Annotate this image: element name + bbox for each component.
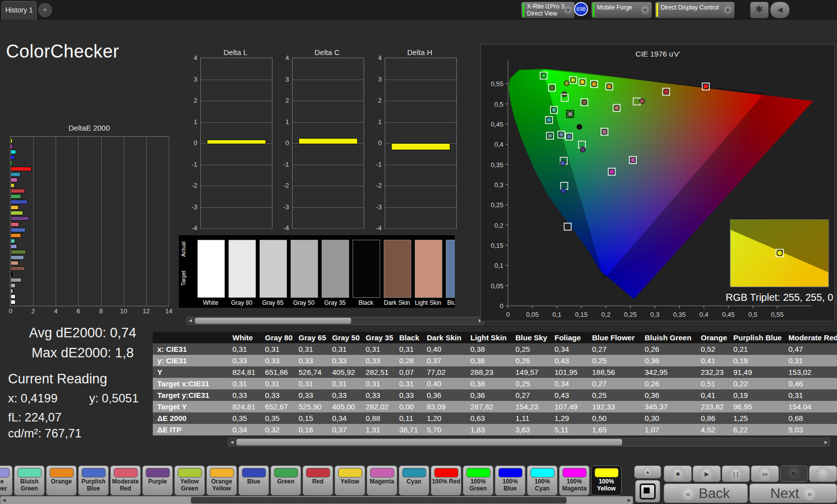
pattern-button-yellow[interactable]: Yellow <box>335 465 365 495</box>
pattern-strip-scrollbar[interactable]: ◀ ▶ <box>0 496 633 504</box>
pattern-color-swatch <box>402 468 426 477</box>
table-cell: 1,25 <box>729 412 784 424</box>
pattern-button-blue[interactable]: Blue <box>238 465 269 495</box>
play-button[interactable]: ▶ <box>693 465 721 482</box>
pattern-button-blue-flower[interactable]: BlueFlower <box>0 465 13 495</box>
scrollbar-thumb[interactable] <box>195 318 351 324</box>
table-cell: 0,25 <box>588 355 640 366</box>
pattern-button-green[interactable]: Green <box>270 465 301 495</box>
swatch-gray-50 <box>291 240 318 298</box>
pattern-button-100-red[interactable]: 100% Red <box>431 465 461 495</box>
table-cell: 0,37 <box>328 424 361 435</box>
cie-measured-marker <box>549 85 554 90</box>
scrollbar-thumb[interactable] <box>191 497 567 503</box>
pattern-button-purple[interactable]: Purple <box>142 465 173 495</box>
meter-dropdown[interactable]: X-Rite i1Pro 3 Direct View ▼ <box>521 2 575 19</box>
pattern-window-toggle[interactable] <box>635 480 660 502</box>
stop-button[interactable]: ■ <box>664 465 692 482</box>
gear-icon[interactable]: ✱ <box>750 2 769 19</box>
chevron-down-icon[interactable]: ▼ <box>723 6 732 15</box>
delta-l-chart <box>200 58 272 229</box>
table-cell: 0,38 <box>466 378 511 389</box>
pattern-button-yellow-green[interactable]: YellowGreen <box>174 465 205 495</box>
chevron-down-icon[interactable]: ▼ <box>641 6 650 15</box>
pattern-button-magenta[interactable]: Magenta <box>367 465 397 495</box>
column-header-light-skin: Light Skin <box>466 332 511 343</box>
pattern-button-100-magenta[interactable]: 100%Magenta <box>559 465 590 495</box>
y-tick-label: -3 <box>369 203 382 210</box>
row-label: Target x:CIE31 <box>153 378 228 389</box>
table-cell: 154,23 <box>511 401 550 412</box>
record-button[interactable] <box>809 465 837 482</box>
pattern-button-bluish-green[interactable]: BluishGreen <box>14 465 45 495</box>
cie-y-tick: 0,05 <box>491 282 503 290</box>
chevron-down-icon[interactable]: ▼ <box>564 6 573 15</box>
table-cell: 0,88 <box>361 412 395 424</box>
delta-chart-title: Delta C <box>277 48 377 57</box>
pattern-button-label: ModerateRed <box>111 478 140 492</box>
pattern-button-red[interactable]: Red <box>303 465 333 495</box>
table-cell: 0,33 <box>228 389 260 401</box>
add-tab-button[interactable]: + <box>38 3 52 17</box>
pattern-button-100-yellow[interactable]: 100%Yellow <box>591 465 622 495</box>
next-button[interactable]: Next » <box>749 483 837 503</box>
table-cell: 91,49 <box>729 366 784 378</box>
cie-measured-marker <box>580 80 585 85</box>
table-cell: 0,63 <box>466 412 511 424</box>
deltae-bar-orange <box>11 233 21 238</box>
x-tick-label: 10 <box>120 307 127 315</box>
loop-button[interactable]: ∞ <box>751 465 779 482</box>
column-header-foliage: Foliage <box>550 332 588 343</box>
gridline <box>201 186 272 186</box>
pattern-button-100-blue[interactable]: 100%Blue <box>495 465 525 495</box>
scroll-right-icon[interactable]: ▶ <box>822 438 829 446</box>
pattern-color-swatch <box>0 468 10 477</box>
delta-chart-title: Delta H <box>370 48 470 57</box>
table-cell: 282,51 <box>361 366 395 378</box>
source-dropdown[interactable]: Mobile Forge ▼ <box>591 2 652 19</box>
scroll-left-icon[interactable]: ◀ <box>1 496 8 504</box>
table-scrollbar[interactable]: ◀ ▶ <box>228 438 830 446</box>
display-control-dropdown[interactable]: Direct Display Control ▼ <box>655 2 735 19</box>
cie-y-tick: 0,4 <box>494 141 503 148</box>
pattern-button-label: Blue <box>239 478 268 485</box>
cie-measured-marker <box>592 82 597 87</box>
pattern-button-cyan[interactable]: Cyan <box>399 465 429 495</box>
scrollbar-thumb[interactable] <box>236 439 622 445</box>
tab-history-1[interactable]: History 1 <box>2 1 37 20</box>
cie-measured-marker <box>567 134 572 139</box>
pattern-button-orange-yellow[interactable]: OrangeYellow <box>206 465 237 495</box>
refresh-button[interactable]: ↻ <box>780 465 808 482</box>
pattern-button-orange[interactable]: Orange <box>46 465 77 495</box>
table-cell: 0,40 <box>422 378 466 389</box>
delta-chart-title: Delta L <box>185 48 286 57</box>
deltae-bar-orange-yellow <box>11 205 19 210</box>
table-cell: 0,26 <box>640 378 696 389</box>
reading-y-value: y: 0,5051 <box>89 391 139 405</box>
scroll-left-icon[interactable]: ◀ <box>228 438 235 446</box>
gridline <box>101 137 102 306</box>
table-cell: 188,56 <box>588 366 640 378</box>
table-cell: 0,25 <box>511 378 550 389</box>
column-header-blue-sky: Blue Sky <box>511 332 550 343</box>
swatch-strip-scrollbar[interactable]: ◀ ▶ <box>186 317 484 325</box>
table-cell: 0,43 <box>550 355 588 366</box>
deltae-bar-moderate-red <box>11 222 19 227</box>
cie-zoom-inset <box>730 220 828 287</box>
pattern-button-moderate-red[interactable]: ModerateRed <box>110 465 141 495</box>
expand-pattern-panel-button[interactable]: ▲ <box>634 465 661 478</box>
table-cell: 232,23 <box>696 366 729 378</box>
scroll-right-icon[interactable]: ▶ <box>626 496 633 504</box>
current-reading-title: Current Reading <box>8 371 107 387</box>
table-cell: 0,41 <box>696 389 729 401</box>
table-cell: 0,16 <box>294 424 328 435</box>
scroll-left-icon[interactable]: ◀ <box>187 317 194 324</box>
pattern-button-purplish-blue[interactable]: PurplishBlue <box>78 465 109 495</box>
pattern-button-100-cyan[interactable]: 100%Cyan <box>527 465 557 495</box>
x-tick-label: 8 <box>99 307 103 315</box>
collapse-panel-icon[interactable]: ◀ <box>770 2 790 19</box>
step-button[interactable]: [·] <box>722 465 750 482</box>
pattern-button-100-green[interactable]: 100%Green <box>463 465 493 495</box>
back-button[interactable]: « Back <box>664 483 748 503</box>
deltae-bar-dark-skin <box>11 266 25 271</box>
